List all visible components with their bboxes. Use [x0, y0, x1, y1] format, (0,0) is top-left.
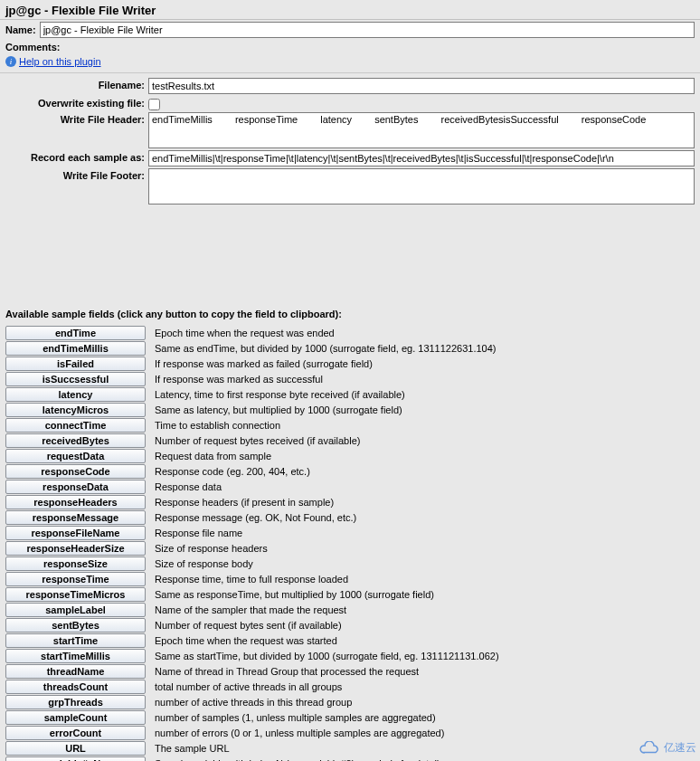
field-row: responseHeaderSizeSize of response heade…: [5, 540, 695, 556]
field-button-responsecode[interactable]: responseCode: [5, 464, 146, 479]
field-desc: The sample URL: [155, 743, 230, 754]
field-desc: number of errors (0 or 1, unless multipl…: [155, 728, 444, 738]
field-button-requestdata[interactable]: requestData: [5, 449, 146, 463]
comments-label: Comments:: [5, 42, 64, 52]
overwrite-checkbox[interactable]: [148, 99, 160, 110]
field-button-samplelabel[interactable]: sampleLabel: [5, 603, 146, 617]
field-desc: number of samples (1, unless multiple sa…: [155, 712, 436, 723]
field-row: URLThe sample URL: [5, 740, 695, 756]
record-label: Record each sample as:: [5, 150, 148, 163]
field-button-grpthreads[interactable]: grpThreads: [5, 695, 146, 709]
field-row: responseDataResponse data: [5, 479, 695, 494]
field-button-errorcount[interactable]: errorCount: [5, 726, 146, 740]
field-row: sentBytesNumber of request bytes sent (i…: [5, 617, 695, 633]
field-row: errorCountnumber of errors (0 or 1, unle…: [5, 725, 695, 740]
field-button-responseheadersize[interactable]: responseHeaderSize: [5, 541, 146, 556]
field-desc: Name of the sampler that made the reques…: [155, 604, 346, 615]
field-row: requestDataRequest data from sample: [5, 448, 695, 463]
field-button-threadscount[interactable]: threadsCount: [5, 680, 146, 694]
field-desc: Response code (eg. 200, 404, etc.): [155, 466, 310, 477]
field-desc: Response headers (if present in sample): [155, 497, 334, 508]
field-desc: Number of request bytes received (if ava…: [155, 435, 360, 446]
header-label: Write File Header:: [5, 112, 148, 125]
footer-row: Write File Footer:: [2, 167, 698, 205]
field-row: connectTimeTime to establish connection: [5, 417, 695, 433]
record-input[interactable]: [148, 150, 695, 166]
field-button-latencymicros[interactable]: latencyMicros: [5, 403, 146, 417]
field-button-receivedbytes[interactable]: receivedBytes: [5, 433, 146, 448]
field-button-endtime[interactable]: endTime: [5, 326, 146, 340]
name-row: Name:: [0, 20, 700, 40]
field-row: responseCodeResponse code (eg. 200, 404,…: [5, 463, 695, 479]
field-desc: Name of thread in Thread Group that proc…: [155, 666, 419, 677]
field-row: responseMessageResponse message (eg. OK,…: [5, 509, 695, 525]
field-row: grpThreadsnumber of active threads in th…: [5, 694, 695, 709]
field-desc: Sample variable with index N (eg. variab…: [155, 758, 444, 762]
field-button-responsedata[interactable]: responseData: [5, 480, 146, 494]
field-button-responsetimemicros[interactable]: responseTimeMicros: [5, 587, 146, 602]
footer-label: Write File Footer:: [5, 168, 148, 181]
filename-row: Filename:: [2, 77, 698, 95]
field-button-responsesize[interactable]: responseSize: [5, 556, 146, 571]
field-desc: Epoch time when the request was ended: [155, 328, 335, 338]
help-link[interactable]: Help on this plugin: [19, 56, 101, 67]
field-row: isFailedIf response was marked as failed…: [5, 356, 695, 371]
field-button-issuccsessful[interactable]: isSuccsessful: [5, 372, 146, 386]
footer-input[interactable]: [148, 168, 695, 205]
field-row: responseHeadersResponse headers (if pres…: [5, 494, 695, 509]
field-button-responseheaders[interactable]: responseHeaders: [5, 495, 146, 509]
overwrite-label: Overwrite existing file:: [5, 96, 148, 109]
overwrite-row: Overwrite existing file:: [2, 95, 698, 111]
field-desc: Same as startTime, but divided by 1000 (…: [155, 651, 499, 661]
field-button-latency[interactable]: latency: [5, 387, 146, 402]
field-button-isfailed[interactable]: isFailed: [5, 357, 146, 371]
field-row: variable#<N>Sample variable with index N…: [5, 756, 695, 761]
field-row: sampleLabelName of the sampler that made…: [5, 602, 695, 617]
field-row: sampleCountnumber of samples (1, unless …: [5, 709, 695, 725]
field-desc: Time to establish connection: [155, 420, 280, 431]
field-row: responseTimeResponse time, time to full …: [5, 571, 695, 586]
header-row: Write File Header:: [2, 111, 698, 149]
field-button-starttimemillis[interactable]: startTimeMillis: [5, 649, 146, 663]
field-desc: Response data: [155, 481, 222, 492]
field-button-responsefilename[interactable]: responseFileName: [5, 526, 146, 540]
field-desc: Same as responseTime, but multiplied by …: [155, 589, 434, 600]
comments-row: Comments:: [0, 40, 700, 54]
field-button-threadname[interactable]: threadName: [5, 664, 146, 679]
field-button-endtimemillis[interactable]: endTimeMillis: [5, 341, 146, 356]
field-row: latencyLatency, time to first response b…: [5, 386, 695, 402]
field-button-samplecount[interactable]: sampleCount: [5, 710, 146, 725]
field-desc: Size of response headers: [155, 543, 268, 554]
field-desc: Response message (eg. OK, Not Found, etc…: [155, 512, 356, 523]
header-input[interactable]: [148, 112, 695, 148]
field-button-url[interactable]: URL: [5, 741, 146, 756]
field-desc: Response file name: [155, 528, 242, 538]
field-button-sentbytes[interactable]: sentBytes: [5, 618, 146, 633]
panel-title: jp@gc - Flexible File Writer: [0, 0, 700, 20]
name-input[interactable]: [40, 22, 695, 38]
field-row: responseSizeSize of response body: [5, 556, 695, 571]
field-desc: Latency, time to first response byte rec…: [155, 389, 405, 400]
field-desc: number of active threads in this thread …: [155, 697, 352, 708]
flexible-file-writer-panel: jp@gc - Flexible File Writer Name: Comme…: [0, 0, 700, 761]
field-button-responsemessage[interactable]: responseMessage: [5, 510, 146, 525]
field-desc: Size of response body: [155, 558, 253, 569]
field-button-variable-n-[interactable]: variable#<N>: [5, 756, 146, 762]
field-desc: Epoch time when the request was started: [155, 635, 337, 646]
field-row: threadNameName of thread in Thread Group…: [5, 663, 695, 679]
field-desc: Number of request bytes sent (if availab…: [155, 620, 342, 631]
field-row: responseTimeMicrosSame as responseTime, …: [5, 586, 695, 602]
field-row: receivedBytesNumber of request bytes rec…: [5, 433, 695, 448]
field-button-connecttime[interactable]: connectTime: [5, 418, 146, 433]
field-row: latencyMicrosSame as latency, but multip…: [5, 402, 695, 417]
filename-input[interactable]: [148, 78, 695, 94]
field-row: endTimeMillisSame as endTime, but divide…: [5, 340, 695, 356]
field-row: isSuccsessfulIf response was marked as s…: [5, 371, 695, 386]
field-desc: If response was marked as successful: [155, 374, 323, 385]
field-row: startTimeEpoch time when the request was…: [5, 633, 695, 648]
field-button-starttime[interactable]: startTime: [5, 633, 146, 648]
filename-label: Filename:: [5, 78, 148, 90]
name-label: Name:: [5, 24, 40, 35]
field-desc: Request data from sample: [155, 451, 271, 461]
field-button-responsetime[interactable]: responseTime: [5, 572, 146, 586]
